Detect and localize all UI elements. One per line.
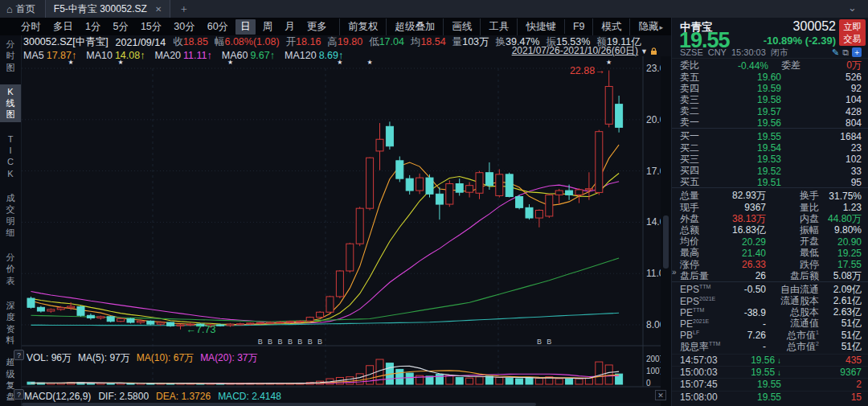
macd-help-icon[interactable]: ? — [14, 389, 24, 400]
stock-tab[interactable]: F5-中青宝 300052.SZ ✕ — [45, 0, 170, 18]
ask-row[interactable]: 卖三19.58104 — [672, 93, 868, 105]
quote-panel: 中青宝 300052 19.55 -10.89% (-2.39) 立即交易 SZ… — [671, 18, 868, 406]
svg-text:B: B — [268, 338, 272, 346]
dropdown-icon[interactable]: ▼ — [641, 47, 648, 55]
vol-field-value: 97万 — [109, 352, 129, 363]
add-icon[interactable]: ＋ — [852, 47, 862, 57]
tool-隐藏[interactable]: 隐藏▸ — [629, 18, 671, 35]
vol-field-label: MA(10): — [137, 352, 174, 363]
symbol-label: 300052.SZ[中青宝] — [23, 35, 108, 49]
ask-label: 卖一 — [680, 116, 715, 129]
edit-icon[interactable]: ✎ — [832, 47, 839, 58]
ask-qty: 92 — [802, 83, 862, 94]
bid-row[interactable]: 买二19.5423 — [672, 141, 868, 153]
ask-row[interactable]: 卖二19.57428 — [672, 105, 868, 116]
period-tab-多日[interactable]: 多日 — [48, 19, 78, 35]
macd-pane-close-button[interactable]: ✕ — [655, 390, 666, 400]
period-tab-30分[interactable]: 30分 — [169, 19, 199, 35]
volume-fields: VOL: 96万MA(5): 97万MA(10): 67万MA(20): 37万 — [27, 351, 264, 365]
macd-fields: MACD(12,26,9)DIF: 2.5800DEA: 1.3726MACD:… — [24, 391, 289, 402]
ask-price: 19.56 — [715, 117, 802, 129]
tick-volume: 435 — [796, 355, 862, 366]
period-tab-15分[interactable]: 15分 — [136, 19, 166, 35]
info-field-label: 收 — [173, 36, 183, 47]
ask-row[interactable]: 卖一19.56804 — [672, 116, 868, 127]
period-tab-分时[interactable]: 分时 — [16, 19, 46, 35]
info-field-label: 高 — [327, 36, 338, 47]
tab-bar: ⌂ 首页 F5-中青宝 300052.SZ ✕ ＋ ⌄ — [0, 0, 868, 18]
new-tab-button[interactable]: ＋ — [170, 0, 197, 18]
macd-field-value: 1.3726 — [181, 391, 211, 402]
info-field-低: 低17.04 — [369, 35, 404, 49]
tool-超级叠加[interactable]: 超级叠加 — [386, 18, 443, 35]
macd-field-label: MACD: — [218, 391, 252, 402]
sidebar-item-分价表[interactable]: 分 价 表 — [0, 250, 21, 288]
date-range-selector[interactable]: 2021/07/26-2021/10/26(60日) ▼ — [512, 44, 657, 58]
period-tab-日[interactable]: 日 — [235, 19, 256, 35]
stat-row-value1: 16.83亿 — [723, 224, 766, 237]
tool-工具[interactable]: 工具 — [480, 18, 517, 35]
bid-row[interactable]: 买五19.5195 — [672, 175, 868, 187]
svg-text:B: B — [547, 338, 551, 346]
close-icon[interactable]: ✕ — [155, 5, 162, 14]
kline-svg[interactable]: 23.0020.0017.0014.0011.008.00200万100万0★★… — [22, 56, 671, 388]
tool-模式[interactable]: 模式 — [592, 18, 629, 35]
tool-F9[interactable]: F9 — [564, 19, 593, 34]
bid-row[interactable]: 买三19.53102 — [672, 153, 868, 164]
weicha-label: 委差 — [768, 59, 800, 72]
lock-icon[interactable] — [650, 47, 657, 55]
tool-快捷键[interactable]: 快捷键 — [517, 18, 564, 35]
sidebar-item-TICK[interactable]: T I C K — [0, 132, 21, 181]
svg-text:B: B — [317, 338, 322, 346]
macd-field-label: DEA: — [156, 391, 181, 402]
trade-now-button[interactable]: 立即交易 — [839, 19, 866, 46]
period-tab-5分[interactable]: 5分 — [108, 19, 133, 35]
tick-direction-icon: ↓ — [775, 356, 781, 365]
date-range-label[interactable]: 2021/07/26-2021/10/26(60日) — [512, 44, 638, 58]
tool-前复权[interactable]: 前复权 — [339, 18, 387, 35]
svg-text:←7.73: ←7.73 — [186, 324, 216, 335]
ask-qty: 804 — [802, 117, 862, 129]
vertical-scrollbar-thumb[interactable] — [663, 215, 669, 269]
fin-row-value1: -38.9 — [723, 307, 766, 318]
period-tab-60分[interactable]: 60分 — [203, 19, 233, 35]
volume-help-icon[interactable]: ? — [14, 350, 24, 360]
bid-price: 19.53 — [715, 154, 802, 165]
bid-row[interactable]: 买四19.5233 — [672, 164, 868, 175]
ma-field-MA120: MA1208.69↑ — [285, 50, 343, 61]
sidebar-item-分时图[interactable]: 分 时 图 — [0, 37, 21, 75]
ask-row[interactable]: 卖五19.60526 — [672, 71, 868, 82]
chevron-down-icon[interactable]: ⌄ — [848, 2, 857, 14]
bid-row[interactable]: 买一19.551684 — [672, 129, 868, 141]
overlay-icon[interactable]: ⧉ — [842, 47, 849, 58]
chart-marks: ★★★★★★BBBBBBBBB22.88→←7.73 — [68, 59, 612, 346]
info-field-高: 高19.80 — [327, 35, 362, 49]
period-tab-月[interactable]: 月 — [280, 19, 300, 35]
horizontal-scrollbar-thumb[interactable] — [22, 403, 536, 406]
home-tab[interactable]: ⌂ 首页 — [0, 0, 45, 18]
market-status: 闭市 — [771, 47, 788, 59]
info-field-label: 量 — [452, 36, 463, 47]
bid-qty: 95 — [802, 177, 862, 188]
fin-row-value1: -0.50 — [723, 284, 766, 295]
stat-row-value2: 5.08万 — [819, 269, 862, 283]
period-tab-更多[interactable]: 更多 — [302, 19, 332, 35]
tool-画线[interactable]: 画线 — [443, 18, 480, 35]
ask-row[interactable]: 卖四19.5992 — [672, 82, 868, 93]
period-tab-周[interactable]: 周 — [258, 19, 278, 35]
quote-header: 中青宝 300052 19.55 -10.89% (-2.39) 立即交易 — [672, 18, 868, 47]
sidebar-item-深度资料[interactable]: 深 度 资 料 — [0, 298, 21, 347]
sidebar-item-K线图[interactable]: K 线 图 — [0, 84, 21, 122]
tools-group: 前复权超级叠加画线工具快捷键F9模式隐藏▸ — [339, 18, 671, 35]
info-field-value: 19.80 — [338, 36, 362, 47]
ask-price: 19.60 — [715, 72, 802, 83]
ma-label: MA20 — [154, 50, 181, 61]
bid-price: 19.52 — [715, 166, 802, 177]
sidebar-item-成交明细[interactable]: 成 交 明 细 — [0, 191, 21, 240]
bid-levels: 买一19.551684买二19.5423买三19.53102买四19.5233买… — [672, 129, 868, 187]
panel-collapse-arrow[interactable]: » — [672, 268, 677, 277]
period-tab-1分[interactable]: 1分 — [80, 19, 105, 35]
info-field-label: 开 — [286, 36, 297, 47]
bid-qty: 33 — [802, 166, 862, 177]
info-field-label: 换 — [496, 36, 506, 47]
